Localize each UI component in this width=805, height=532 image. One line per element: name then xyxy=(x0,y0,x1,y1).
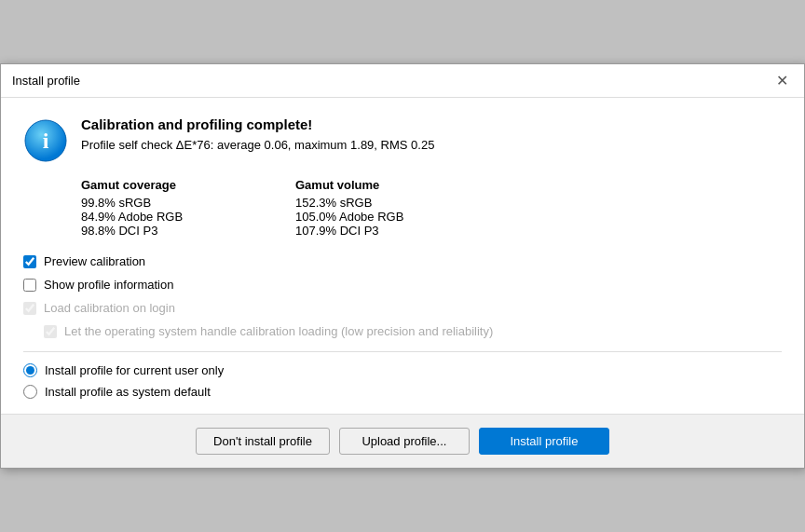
radio-system-default-label[interactable]: Install profile as system default xyxy=(45,385,211,399)
radio-current-user-label[interactable]: Install profile for current user only xyxy=(45,363,224,377)
header-row: i Calibration and profiling complete! Pr… xyxy=(23,116,782,163)
os-handle-label: Let the operating system handle calibrat… xyxy=(64,324,493,338)
upload-profile-button[interactable]: Upload profile... xyxy=(339,428,470,455)
load-calibration-label: Load calibration on login xyxy=(44,301,175,315)
gamut-coverage-column: Gamut coverage 99.8% sRGB 84.9% Adobe RG… xyxy=(81,178,267,238)
install-profile-button[interactable]: Install profile xyxy=(479,428,609,455)
gamut-volume-column: Gamut volume 152.3% sRGB 105.0% Adobe RG… xyxy=(295,178,482,238)
gamut-volume-row-1: 152.3% sRGB xyxy=(295,196,482,210)
radio-system-default-row: Install profile as system default xyxy=(23,385,782,399)
footer: Don't install profile Upload profile... … xyxy=(1,414,804,468)
close-icon: ✕ xyxy=(776,72,788,89)
radio-current-user[interactable] xyxy=(23,363,37,377)
show-profile-info-row: Show profile information xyxy=(23,278,782,292)
info-icon: i xyxy=(23,118,68,163)
svg-text:i: i xyxy=(43,129,49,153)
radio-system-default[interactable] xyxy=(23,385,37,399)
gamut-volume-row-3: 107.9% DCI P3 xyxy=(295,224,482,238)
gamut-coverage-row-1: 99.8% sRGB xyxy=(81,196,267,210)
divider xyxy=(23,351,782,352)
gamut-coverage-row-3: 98.8% DCI P3 xyxy=(81,224,267,238)
os-handle-row: Let the operating system handle calibrat… xyxy=(44,324,782,338)
calibration-complete-text: Calibration and profiling complete! xyxy=(81,116,782,132)
dont-install-button[interactable]: Don't install profile xyxy=(196,428,330,455)
preview-calibration-row: Preview calibration xyxy=(23,254,782,268)
header-text: Calibration and profiling complete! Prof… xyxy=(81,116,782,152)
gamut-coverage-header: Gamut coverage xyxy=(81,178,267,192)
window-title: Install profile xyxy=(12,74,80,88)
gamut-table: Gamut coverage 99.8% sRGB 84.9% Adobe RG… xyxy=(81,178,782,238)
options-section: Preview calibration Show profile informa… xyxy=(23,254,782,338)
load-calibration-row: Load calibration on login xyxy=(23,301,782,315)
os-handle-checkbox xyxy=(44,325,57,338)
dialog-window: Install profile ✕ i xyxy=(0,63,805,469)
radio-current-user-row: Install profile for current user only xyxy=(23,363,782,377)
show-profile-info-label[interactable]: Show profile information xyxy=(44,278,173,292)
preview-calibration-checkbox[interactable] xyxy=(23,255,36,268)
show-profile-info-checkbox[interactable] xyxy=(23,279,36,292)
title-bar: Install profile ✕ xyxy=(1,64,804,98)
dialog-content: i Calibration and profiling complete! Pr… xyxy=(1,98,804,414)
preview-calibration-label[interactable]: Preview calibration xyxy=(44,254,145,268)
gamut-volume-row-2: 105.0% Adobe RGB xyxy=(295,210,482,224)
radio-section: Install profile for current user only In… xyxy=(23,363,782,399)
load-calibration-checkbox xyxy=(23,302,36,315)
close-button[interactable]: ✕ xyxy=(771,70,793,92)
gamut-volume-header: Gamut volume xyxy=(295,178,482,192)
profile-check-text: Profile self check ΔE*76: average 0.06, … xyxy=(81,138,782,152)
gamut-coverage-row-2: 84.9% Adobe RGB xyxy=(81,210,267,224)
